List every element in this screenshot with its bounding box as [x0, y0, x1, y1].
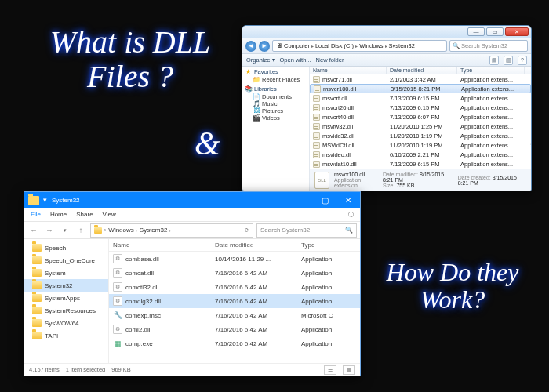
tree-item[interactable]: TAPI	[24, 329, 108, 342]
file-row[interactable]: msvcrt40.dll7/13/2009 6:07 PMApplication…	[310, 112, 531, 122]
win7-file-list[interactable]: Name Date modified Type Size msvcr71.dll…	[310, 67, 531, 191]
tree-item[interactable]: Speech	[24, 241, 108, 254]
expand-ribbon-icon[interactable]: ⓘ	[348, 211, 354, 219]
tree-item[interactable]: Speech_OneCore	[24, 254, 108, 267]
win10-titlebar[interactable]: ▾ System32 — ▢ ✕	[24, 192, 360, 208]
maximize-button[interactable]: ▢	[313, 192, 336, 208]
file-row[interactable]: combase.dll10/14/2016 11:29 ...Applicati…	[109, 252, 360, 266]
forward-button[interactable]: ►	[259, 41, 270, 52]
search-icon: 🔍	[345, 227, 353, 234]
view-options-icon[interactable]: ▤	[489, 56, 499, 65]
list-header[interactable]: Name Date modified Type Size	[310, 67, 531, 74]
quick-access-icon[interactable]: ▾	[43, 196, 47, 204]
file-row[interactable]: msvideo.dll6/10/2009 2:21 PMApplication …	[310, 150, 531, 159]
minimize-button[interactable]: —	[289, 192, 313, 208]
file-type: Application extens...	[457, 141, 525, 150]
file-row[interactable]: msvcrt.dll7/13/2009 6:15 PMApplication e…	[310, 93, 531, 103]
breadcrumb[interactable]: System32	[389, 42, 416, 49]
back-button[interactable]: ←	[27, 224, 40, 237]
file-date: 7/13/2009 6:15 PM	[387, 94, 457, 103]
win7-titlebar[interactable]: — ▭ ✕	[242, 26, 531, 38]
breadcrumb[interactable]: Local Disk (C:)	[315, 42, 358, 49]
win7-explorer-window[interactable]: — ▭ ✕ ◄ ► 🖥 Computer Local Disk (C:) Win…	[242, 25, 532, 191]
tree-label: Music	[262, 100, 278, 107]
maximize-button[interactable]: ▭	[486, 27, 504, 36]
tree-item[interactable]: 📁 Recent Places	[245, 76, 307, 83]
help-icon[interactable]: ?	[518, 56, 527, 65]
file-row[interactable]: msvcrt20.dll7/13/2009 6:15 PMApplication…	[310, 103, 531, 112]
tree-label: SystemApps	[45, 295, 80, 302]
close-button[interactable]: ✕	[505, 27, 529, 36]
file-row[interactable]: mswdat10.dll7/13/2009 6:15 PMApplication…	[310, 159, 531, 169]
tree-item[interactable]: SystemResources	[24, 304, 108, 317]
breadcrumb[interactable]: Windows	[108, 227, 136, 234]
close-button[interactable]: ✕	[336, 192, 360, 208]
search-input[interactable]: Search System32 🔍	[256, 223, 357, 238]
file-menu[interactable]: File	[31, 211, 41, 218]
tree-item[interactable]: 🎬Videos	[245, 114, 307, 122]
col-date[interactable]: Date modified	[211, 239, 297, 251]
file-row[interactable]: comexp.msc7/16/2016 6:42 AMMicrosoft C	[109, 308, 360, 322]
search-icon: 🔍	[453, 42, 460, 49]
minimize-button[interactable]: —	[467, 27, 485, 36]
status-size: 969 KB	[111, 366, 131, 373]
win10-explorer-window[interactable]: ▾ System32 — ▢ ✕ File Home Share View ⓘ …	[24, 191, 361, 376]
folder-icon	[32, 319, 42, 327]
file-name: comexp.msc	[125, 312, 161, 319]
breadcrumb-path[interactable]: 🖥 Computer Local Disk (C:) Windows Syste…	[272, 40, 447, 52]
breadcrumb[interactable]: System32	[140, 227, 171, 234]
details-view-button[interactable]: ☰	[324, 365, 336, 375]
new-folder-button[interactable]: New folder	[316, 56, 344, 64]
list-header[interactable]: Name Date modified Type	[109, 239, 360, 252]
file-date: 7/16/2016 6:42 AM	[211, 296, 297, 307]
search-input[interactable]: 🔍 Search System32	[449, 40, 528, 52]
libraries-group[interactable]: 📚 Libraries	[245, 85, 307, 93]
file-row[interactable]: comp.exe7/16/2016 6:42 AMApplication	[109, 336, 360, 350]
file-row[interactable]: MSVidCtl.dll11/20/2010 1:19 PMApplicatio…	[310, 140, 531, 150]
col-name[interactable]: Name	[109, 239, 211, 251]
breadcrumb-path[interactable]: › Windows System32 ⟳	[90, 223, 253, 238]
win10-file-list[interactable]: Name Date modified Type combase.dll10/14…	[109, 239, 360, 363]
tree-item[interactable]: SystemApps	[24, 292, 108, 304]
dll-file-icon	[313, 142, 320, 149]
col-type[interactable]: Type	[297, 239, 360, 251]
tree-item[interactable]: System32	[24, 279, 108, 292]
forward-button[interactable]: →	[43, 224, 56, 237]
col-name[interactable]: Name	[310, 67, 387, 74]
organize-menu[interactable]: Organize ▾	[246, 56, 275, 64]
file-row[interactable]: comcat.dll7/16/2016 6:42 AMApplication	[109, 266, 360, 280]
favorites-group[interactable]: ★ Favorites	[245, 68, 307, 75]
up-button[interactable]: ↑	[75, 224, 87, 237]
file-size: 124 KB	[525, 151, 531, 159]
icons-view-button[interactable]: ▦	[343, 365, 355, 375]
history-dropdown[interactable]: ▾	[59, 224, 71, 237]
tree-item[interactable]: 🎵Music	[245, 100, 307, 107]
file-row[interactable]: comdlg32.dll7/16/2016 6:42 AMApplication	[109, 294, 360, 308]
col-date[interactable]: Date modified	[387, 67, 457, 74]
file-row[interactable]: comctl32.dll7/16/2016 6:42 AMApplication	[109, 280, 360, 294]
refresh-icon[interactable]: ⟳	[245, 227, 249, 234]
file-type: Application extens...	[457, 151, 525, 159]
file-row[interactable]: msvcr71.dll2/1/2003 3:42 AMApplication e…	[310, 74, 531, 84]
file-row[interactable]: msvidc32.dll11/20/2010 1:19 PMApplicatio…	[310, 131, 531, 140]
file-row[interactable]: coml2.dll7/16/2016 6:42 AMApplication	[109, 322, 360, 336]
col-type[interactable]: Type	[457, 67, 525, 74]
win10-nav-tree[interactable]: SpeechSpeech_OneCoreSystemSystem32System…	[24, 239, 109, 363]
share-tab[interactable]: Share	[76, 211, 93, 218]
tree-item[interactable]: System	[24, 267, 108, 279]
file-row[interactable]: msvcr100.dll3/15/2015 8:21 PMApplication…	[310, 84, 531, 93]
home-tab[interactable]: Home	[50, 211, 67, 218]
view-tab[interactable]: View	[103, 211, 116, 218]
breadcrumb[interactable]: Windows	[359, 42, 387, 49]
file-row[interactable]: msvfw32.dll11/20/2010 1:25 PMApplication…	[310, 122, 531, 131]
folder-icon	[32, 269, 42, 277]
tree-item[interactable]: SysWOW64	[24, 317, 108, 329]
win7-nav-tree[interactable]: ★ Favorites 📁 Recent Places 📚 Libraries …	[242, 67, 310, 191]
tree-item[interactable]: 📄Documents	[245, 93, 307, 100]
tree-item[interactable]: 🖼Pictures	[245, 107, 307, 114]
open-with-button[interactable]: Open with...	[280, 56, 311, 64]
col-size[interactable]: Size	[525, 67, 531, 74]
back-button[interactable]: ◄	[245, 41, 256, 52]
breadcrumb[interactable]: Computer	[284, 42, 314, 49]
preview-pane-icon[interactable]: ▥	[504, 56, 513, 65]
